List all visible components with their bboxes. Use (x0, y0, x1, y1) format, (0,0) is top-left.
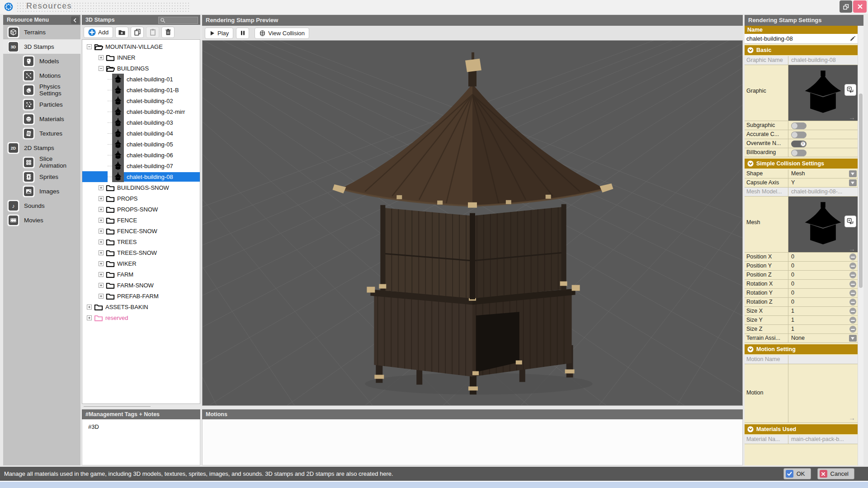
shape-dropdown[interactable] (849, 170, 857, 177)
accurate-c-toggle[interactable] (791, 131, 807, 138)
tree-item-chalet-building-03[interactable]: chalet-building-03 (82, 117, 200, 128)
expander-toggle[interactable] (87, 315, 92, 320)
section-header-materials-used[interactable]: Materials Used (745, 424, 858, 435)
motion-open-arrow[interactable]: → (849, 414, 855, 422)
tree-folder-inner[interactable]: INNER (82, 52, 200, 63)
collapse-sidebar-button[interactable] (71, 16, 79, 24)
tree-folder-buildings-snow[interactable]: BUILDINGS-SNOW (82, 182, 200, 193)
scrollbar-thumb[interactable] (859, 94, 863, 288)
sidebar-item-physics-settings[interactable]: Physics Settings (3, 83, 80, 97)
tree-item-chalet-building-04[interactable]: chalet-building-04 (82, 128, 200, 139)
tree-folder-fence[interactable]: FENCE (82, 215, 200, 225)
sidebar-item-motions[interactable]: Motions (3, 68, 80, 83)
tree-item-chalet-building-06[interactable]: chalet-building-06 (82, 150, 200, 160)
expander-toggle[interactable] (99, 283, 104, 288)
sidebar-item-materials[interactable]: Materials (3, 112, 80, 126)
size-x-stepper[interactable] (849, 308, 856, 314)
terrain-assi-dropdown[interactable] (849, 335, 857, 342)
sidebar-item-models[interactable]: Models (3, 54, 80, 68)
view-collision-button[interactable]: View Collision (255, 28, 309, 39)
position-y-stepper[interactable] (849, 263, 856, 269)
size-z-stepper[interactable] (849, 326, 856, 333)
tree-folder-wiker[interactable]: WIKER (82, 258, 200, 269)
sidebar-item-slice-animation[interactable]: Slice Animation (3, 155, 80, 169)
expander-toggle[interactable] (99, 218, 104, 223)
position-x-stepper[interactable] (849, 253, 856, 260)
play-button[interactable]: Play (205, 28, 233, 39)
sidebar-item-images[interactable]: Images (3, 184, 80, 198)
restore-window-button[interactable] (840, 0, 852, 13)
tree-folder-reserved[interactable]: reserved (82, 312, 200, 323)
tree-folder-prefab-farm[interactable]: PREFAB-FARM (82, 291, 200, 301)
tree-folder-trees-snow[interactable]: TREES-SNOW (82, 247, 200, 258)
edit-pencil-icon[interactable] (849, 35, 856, 42)
sidebar-item-2d-stamps[interactable]: 2D Stamps (3, 141, 80, 155)
rotation-x-stepper[interactable] (849, 281, 856, 287)
tree-folder-farm-snow[interactable]: FARM-SNOW (82, 280, 200, 291)
ok-button[interactable]: OK (783, 468, 811, 479)
tree-item-chalet-building-01-b[interactable]: chalet-building-01-B (82, 84, 200, 95)
expander-toggle[interactable] (99, 185, 104, 190)
name-input[interactable]: chalet-building-08 (745, 34, 858, 44)
tree-folder-props-snow[interactable]: PROPS-SNOW (82, 204, 200, 215)
expander-toggle[interactable] (99, 55, 104, 60)
close-window-button[interactable] (853, 0, 867, 13)
duplicate-button[interactable] (131, 27, 144, 38)
tree-folder-farm[interactable]: FARM (82, 269, 200, 280)
graphic-open-arrow[interactable]: → (849, 114, 855, 121)
delete-button[interactable] (161, 27, 175, 38)
mesh-open-arrow[interactable]: → (849, 245, 855, 252)
mesh-thumbnail[interactable]: → (788, 197, 858, 252)
mesh-swap-button[interactable] (844, 216, 856, 227)
tree-item-chalet-building-08[interactable]: chalet-building-08 (82, 171, 200, 182)
expander-toggle[interactable] (99, 207, 104, 212)
rotation-z-stepper[interactable] (849, 299, 856, 305)
capsule-axis-dropdown[interactable] (849, 179, 857, 186)
tree-item-chalet-building-02[interactable]: chalet-building-02 (82, 95, 200, 106)
expander-toggle[interactable] (87, 44, 92, 49)
sidebar-item-textures[interactable]: Textures (3, 126, 80, 141)
expander-toggle[interactable] (99, 229, 104, 234)
cancel-button[interactable]: Cancel (817, 468, 854, 479)
tree-folder-mountain-village[interactable]: MOUNTAIN-VILLAGE (82, 41, 200, 52)
overwrite-n-toggle[interactable] (791, 141, 807, 147)
tree-item-chalet-building-07[interactable]: chalet-building-07 (82, 160, 200, 171)
tree-item-chalet-building-01[interactable]: chalet-building-01 (82, 74, 200, 84)
sidebar-item-terrains[interactable]: Terrains (3, 25, 80, 39)
sidebar-item-particles[interactable]: Particles (3, 97, 80, 112)
splitter-handle[interactable] (82, 404, 200, 409)
section-header-basic[interactable]: Basic (745, 45, 858, 56)
sidebar-item-movies[interactable]: Movies (3, 213, 80, 227)
rotation-y-stepper[interactable] (849, 290, 856, 296)
search-input[interactable] (158, 17, 198, 24)
add-button[interactable]: Add (84, 27, 113, 38)
expander-toggle[interactable] (99, 294, 104, 299)
tree-folder-buildings[interactable]: BUILDINGS (82, 63, 200, 74)
tree-folder-fence-snow[interactable]: FENCE-SNOW (82, 225, 200, 236)
expander-toggle[interactable] (99, 66, 104, 71)
expander-toggle[interactable] (99, 196, 104, 201)
pause-button[interactable] (236, 28, 249, 39)
billboarding-toggle[interactable] (791, 150, 807, 156)
paste-button[interactable] (146, 27, 159, 38)
new-folder-button[interactable] (115, 27, 128, 38)
sidebar-item-sprites[interactable]: Sprites (3, 169, 80, 184)
settings-scrollbar[interactable] (858, 26, 863, 465)
graphic-swap-button[interactable] (844, 84, 856, 96)
expander-toggle[interactable] (99, 272, 104, 277)
motions-list[interactable] (202, 419, 743, 465)
tree-item-chalet-building-02-mirr[interactable]: chalet-building-02-mirr (82, 106, 200, 117)
tree-item-chalet-building-05[interactable]: chalet-building-05 (82, 139, 200, 150)
tree-folder-trees[interactable]: TREES (82, 236, 200, 247)
tags-notes-input[interactable]: #3D (82, 419, 200, 465)
expander-toggle[interactable] (99, 261, 104, 266)
position-z-stepper[interactable] (849, 272, 856, 278)
sidebar-item-3d-stamps[interactable]: 3D Stamps (3, 39, 80, 54)
expander-toggle[interactable] (87, 305, 92, 310)
expander-toggle[interactable] (99, 250, 104, 255)
size-y-stepper[interactable] (849, 317, 856, 324)
subgraphic-toggle[interactable] (791, 122, 807, 129)
sidebar-item-sounds[interactable]: Sounds (3, 198, 80, 213)
section-header-simple-collision-settings[interactable]: Simple Collision Settings (745, 159, 858, 169)
tree-folder-props[interactable]: PROPS (82, 193, 200, 204)
